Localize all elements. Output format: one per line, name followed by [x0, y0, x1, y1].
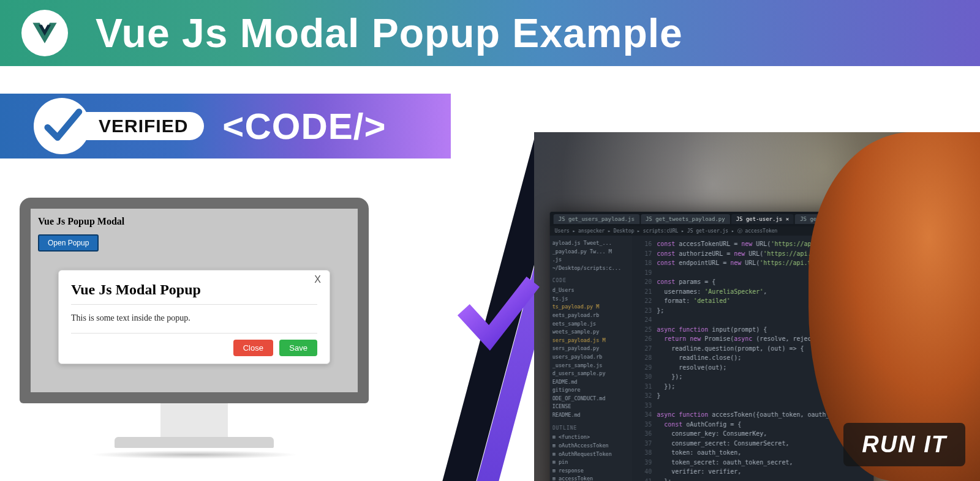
demo-monitor: Vue Js Popup Modal Open Popup X Vue Js M…: [20, 198, 369, 459]
ide-tab[interactable]: JS get-user.js ×: [731, 214, 794, 224]
page-header: Vue Js Modal Popup Example: [0, 0, 980, 66]
demo-screen: Vue Js Popup Modal Open Popup X Vue Js M…: [31, 209, 358, 392]
code-line: 41 };: [638, 477, 867, 482]
open-popup-button[interactable]: Open Popup: [38, 234, 99, 252]
code-line: 37 consumer_secret: ConsumerSecret,: [638, 439, 867, 449]
ide-tab[interactable]: JS get_users_payload.js: [554, 214, 639, 224]
open-editor-item[interactable]: _payload.py Tw... M: [552, 248, 630, 256]
ide-outline-item[interactable]: ⊞ oAuthAccessToken: [552, 442, 630, 450]
vue-logo-icon: [21, 10, 68, 56]
ide-file-item[interactable]: ts.js: [552, 295, 630, 304]
ide-file-item[interactable]: sers_payload.py: [552, 345, 630, 353]
code-tag-label: <CODE/>: [222, 105, 386, 147]
modal-body-text: This is some text inside the popup.: [71, 313, 317, 323]
ide-tab[interactable]: JS get_tweets_payload.py: [641, 214, 730, 224]
large-check-icon: [451, 268, 543, 362]
code-line: 39 token_secret: oauth_token_secret,: [638, 458, 867, 468]
ide-file-item[interactable]: weets_sample.py: [552, 328, 630, 337]
ide-outline-item[interactable]: ⊞ <function>: [552, 433, 630, 442]
ide-file-item[interactable]: d_users_sample.py: [552, 370, 630, 378]
ide-file-item[interactable]: README.md: [552, 411, 630, 420]
ide-file-item[interactable]: gitignore: [552, 386, 630, 395]
ide-file-item[interactable]: EADME.md: [552, 378, 630, 387]
save-button[interactable]: Save: [279, 340, 317, 356]
ide-file-item[interactable]: ts_payload.py M: [552, 303, 630, 311]
close-icon[interactable]: X: [314, 274, 321, 285]
ide-file-item[interactable]: _users_sample.js: [552, 362, 630, 370]
ide-file-item[interactable]: eets_payload.rb: [552, 311, 630, 320]
ide-file-item[interactable]: ICENSE: [552, 403, 630, 411]
ide-file-item[interactable]: ODE_OF_CONDUCT.md: [552, 395, 630, 403]
right-photo-panel: JS get_users_payload.jsJS get_tweets_pay…: [534, 132, 980, 481]
open-editor-item[interactable]: ayload.js Tweet_...: [552, 239, 630, 248]
verified-code-bar: VERIFIED <CODE/>: [0, 94, 451, 158]
code-line: 36 consumer_key: ConsumerKey,: [638, 429, 867, 439]
ide-file-item[interactable]: users_payload.rb: [552, 353, 630, 362]
ide-file-item[interactable]: sers_payload.js M: [552, 337, 630, 345]
code-line: 40 verifier: verifier,: [638, 467, 867, 477]
close-button[interactable]: Close: [233, 340, 273, 356]
ide-outline-item[interactable]: ⊞ accessToken: [552, 475, 630, 481]
modal-dialog: X Vue Js Modal Popup This is some text i…: [58, 270, 330, 364]
verified-label: VERIFIED: [73, 112, 204, 140]
demo-page-title: Vue Js Popup Modal: [38, 216, 350, 227]
ide-outline-item[interactable]: ⊞ oAuthRequestToken: [552, 450, 630, 459]
ide-sidebar: ayload.js Tweet_..._payload.py Tw... M.j…: [550, 236, 633, 481]
ide-outline-item[interactable]: ⊞ pin: [552, 458, 630, 467]
ide-file-item[interactable]: eets_sample.js: [552, 320, 630, 329]
code-line: 38 token: oauth_token,: [638, 448, 867, 458]
run-it-button[interactable]: RUN IT: [843, 423, 965, 466]
verified-check-icon: [34, 98, 90, 154]
ide-section-header: CODE: [552, 277, 630, 285]
ide-outline-item[interactable]: ⊞ response: [552, 467, 630, 475]
open-editor-item[interactable]: .js ~/Desktop/scripts:c...: [552, 256, 630, 272]
left-panel: VERIFIED <CODE/> Vue Js Popup Modal Open…: [0, 66, 451, 481]
page-title: Vue Js Modal Popup Example: [96, 10, 683, 56]
modal-title: Vue Js Modal Popup: [71, 282, 317, 298]
ide-outline-header: OUTLINE: [552, 425, 630, 433]
ide-file-item[interactable]: d_Users: [552, 286, 630, 295]
